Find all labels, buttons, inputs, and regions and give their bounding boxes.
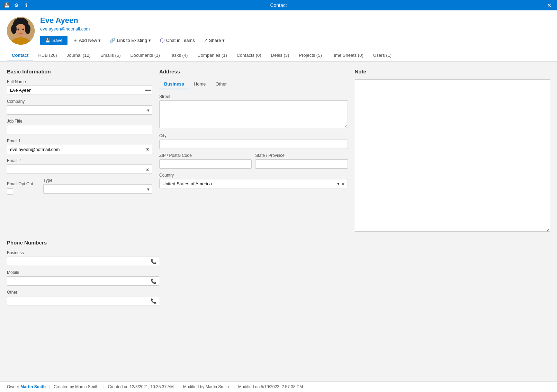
svg-point-3 bbox=[11, 24, 17, 34]
tab-documents[interactable]: Documents (1) bbox=[125, 50, 164, 61]
city-label: City bbox=[159, 133, 348, 138]
tab-deals[interactable]: Deals (3) bbox=[266, 50, 294, 61]
add-new-button[interactable]: ＋ Add New ▾ bbox=[70, 35, 105, 46]
bottom-bar: Owner Martin Smith | Created by Martin S… bbox=[0, 381, 557, 392]
type-select[interactable] bbox=[43, 184, 152, 194]
tab-journal[interactable]: Journal (12) bbox=[62, 50, 96, 61]
phone-numbers-title: Phone Numbers bbox=[7, 240, 550, 246]
other-phone-field: Other 📞 bbox=[7, 290, 159, 305]
header-actions: 💾 Save ＋ Add New ▾ 🔗 Link to Existing ▾ bbox=[40, 35, 550, 46]
title-bar: 💾 ⚙ ℹ Contact ✕ bbox=[0, 0, 557, 10]
email2-field: Email 2 ✉ bbox=[7, 158, 152, 174]
basic-info-section: Basic Information Full Name ••• Company bbox=[7, 69, 159, 233]
tab-hub[interactable]: HUB (26) bbox=[33, 50, 62, 61]
created-on-label: Created on 12/3/2021, 10:35:37 AM bbox=[108, 384, 174, 389]
email-opt-out-type-row: Email Opt Out Type ▾ bbox=[7, 178, 152, 198]
tab-users[interactable]: Users (1) bbox=[368, 50, 396, 61]
contact-name: Eve Ayeen bbox=[40, 16, 550, 25]
main-content: Basic Information Full Name ••• Company bbox=[0, 62, 557, 240]
state-input[interactable] bbox=[255, 159, 348, 169]
add-new-label: Add New bbox=[79, 38, 97, 43]
share-button[interactable]: ↗ Share ▾ bbox=[200, 36, 228, 45]
job-title-field: Job Title bbox=[7, 119, 152, 134]
company-select[interactable] bbox=[7, 105, 152, 115]
tab-companies[interactable]: Companies (1) bbox=[192, 50, 232, 61]
address-section: Address Business Home Other Street City bbox=[159, 69, 355, 233]
main-tabs: Contact HUB (26) Journal (12) Emails (5)… bbox=[7, 50, 550, 61]
mobile-phone-label: Mobile bbox=[7, 270, 159, 275]
full-name-input[interactable] bbox=[7, 86, 152, 95]
job-title-input[interactable] bbox=[7, 125, 152, 134]
settings-icon[interactable]: ⚙ bbox=[13, 2, 19, 8]
email1-label: Email 1 bbox=[7, 139, 152, 143]
tab-tasks[interactable]: Tasks (4) bbox=[165, 50, 193, 61]
tab-projects[interactable]: Projects (5) bbox=[294, 50, 326, 61]
close-button[interactable]: ✕ bbox=[545, 1, 554, 9]
plus-icon: ＋ bbox=[73, 37, 78, 44]
country-field-group: Country United States of America ▾ ✕ bbox=[159, 173, 348, 188]
note-title: Note bbox=[355, 69, 550, 74]
created-by-label: Created by Martin Smith bbox=[54, 384, 98, 389]
address-tab-home[interactable]: Home bbox=[189, 79, 211, 89]
street-input[interactable] bbox=[159, 100, 348, 128]
save-icon[interactable]: 💾 bbox=[3, 2, 10, 8]
address-title: Address bbox=[159, 69, 348, 74]
tab-emails[interactable]: Emails (5) bbox=[96, 50, 126, 61]
link-to-existing-button[interactable]: 🔗 Link to Existing ▾ bbox=[106, 36, 154, 45]
separator-2: | bbox=[104, 384, 105, 389]
job-title-label: Job Title bbox=[7, 119, 152, 124]
contact-email: eve.ayeen@hotmail.com bbox=[40, 26, 550, 32]
svg-point-7 bbox=[18, 29, 19, 30]
svg-point-4 bbox=[25, 24, 30, 34]
other-phone-input[interactable] bbox=[7, 296, 159, 305]
note-input[interactable] bbox=[355, 79, 550, 232]
info-icon[interactable]: ℹ bbox=[23, 2, 29, 8]
email2-label: Email 2 bbox=[7, 158, 152, 163]
share-chevron-icon: ▾ bbox=[222, 38, 225, 43]
phone-fields: Business 📞 Mobile 📞 Other bbox=[7, 250, 159, 305]
zip-label: ZIP / Postal Code bbox=[159, 153, 252, 158]
save-disk-icon: 💾 bbox=[45, 38, 51, 43]
zip-input[interactable] bbox=[159, 159, 252, 169]
zip-field: ZIP / Postal Code bbox=[159, 153, 252, 169]
mobile-phone-icon: 📞 bbox=[151, 278, 156, 284]
email2-input[interactable] bbox=[7, 164, 152, 174]
chat-in-teams-label: Chat in Teams bbox=[166, 38, 195, 43]
modified-by-label: Modified by Martin Smith bbox=[183, 384, 229, 389]
save-button[interactable]: 💾 Save bbox=[40, 36, 68, 45]
mobile-phone-input[interactable] bbox=[7, 276, 159, 286]
contact-info: Eve Ayeen eve.ayeen@hotmail.com 💾 Save ＋… bbox=[40, 16, 550, 46]
state-label: State / Province bbox=[255, 153, 348, 158]
business-phone-label: Business bbox=[7, 250, 159, 255]
address-tab-other[interactable]: Other bbox=[211, 79, 232, 89]
business-phone-input[interactable] bbox=[7, 257, 159, 266]
tab-timesheets[interactable]: Time Sheets (0) bbox=[327, 50, 368, 61]
email-opt-out-checkbox[interactable] bbox=[7, 188, 13, 195]
teams-icon: ⬡ bbox=[160, 37, 165, 44]
share-label: Share bbox=[209, 38, 221, 43]
add-new-chevron-icon: ▾ bbox=[98, 38, 101, 43]
type-field: Type ▾ bbox=[43, 178, 152, 194]
city-input[interactable] bbox=[159, 140, 348, 149]
country-clear-button[interactable]: ✕ bbox=[341, 181, 345, 187]
owner-name-link[interactable]: Martin Smith bbox=[20, 384, 46, 389]
country-field: United States of America ▾ ✕ bbox=[159, 179, 348, 188]
state-field: State / Province bbox=[255, 153, 348, 169]
other-phone-icon: 📞 bbox=[151, 298, 156, 304]
country-label: Country bbox=[159, 173, 348, 178]
address-tab-business[interactable]: Business bbox=[159, 79, 189, 89]
email-opt-out-group: Email Opt Out bbox=[7, 181, 33, 195]
email1-icon: ✉ bbox=[145, 147, 150, 152]
window-title: Contact bbox=[270, 2, 287, 8]
full-name-more-button[interactable]: ••• bbox=[145, 87, 151, 93]
basic-info-title: Basic Information bbox=[7, 69, 152, 74]
separator-3: | bbox=[179, 384, 180, 389]
tab-contact[interactable]: Contact bbox=[7, 50, 33, 61]
chat-in-teams-button[interactable]: ⬡ Chat in Teams bbox=[156, 35, 198, 46]
tab-contacts[interactable]: Contacts (0) bbox=[232, 50, 266, 61]
email1-input[interactable] bbox=[7, 145, 152, 154]
link-to-existing-label: Link to Existing bbox=[117, 38, 147, 43]
company-label: Company bbox=[7, 99, 152, 104]
country-select[interactable]: United States of America bbox=[159, 179, 348, 188]
avatar bbox=[7, 17, 35, 45]
